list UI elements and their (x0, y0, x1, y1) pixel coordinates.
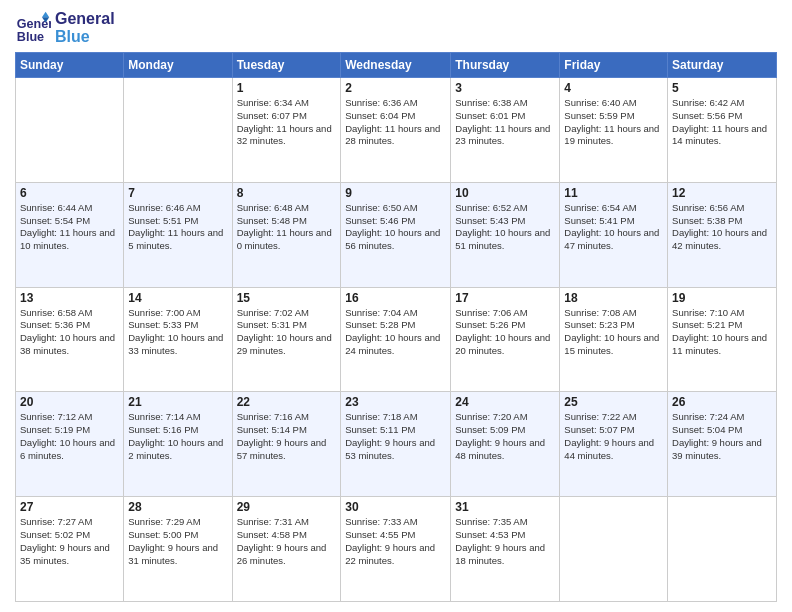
day-info: Sunrise: 6:54 AM Sunset: 5:41 PM Dayligh… (564, 202, 663, 253)
day-cell: 20Sunrise: 7:12 AM Sunset: 5:19 PM Dayli… (16, 392, 124, 497)
day-number: 17 (455, 291, 555, 305)
column-header-wednesday: Wednesday (341, 53, 451, 78)
day-number: 31 (455, 500, 555, 514)
day-info: Sunrise: 7:29 AM Sunset: 5:00 PM Dayligh… (128, 516, 227, 567)
column-header-saturday: Saturday (668, 53, 777, 78)
day-info: Sunrise: 7:02 AM Sunset: 5:31 PM Dayligh… (237, 307, 337, 358)
day-cell: 24Sunrise: 7:20 AM Sunset: 5:09 PM Dayli… (451, 392, 560, 497)
day-info: Sunrise: 6:40 AM Sunset: 5:59 PM Dayligh… (564, 97, 663, 148)
day-cell: 3Sunrise: 6:38 AM Sunset: 6:01 PM Daylig… (451, 78, 560, 183)
day-number: 15 (237, 291, 337, 305)
day-info: Sunrise: 7:27 AM Sunset: 5:02 PM Dayligh… (20, 516, 119, 567)
day-number: 3 (455, 81, 555, 95)
day-number: 20 (20, 395, 119, 409)
day-number: 22 (237, 395, 337, 409)
day-cell: 28Sunrise: 7:29 AM Sunset: 5:00 PM Dayli… (124, 497, 232, 602)
day-cell: 11Sunrise: 6:54 AM Sunset: 5:41 PM Dayli… (560, 182, 668, 287)
day-cell: 31Sunrise: 7:35 AM Sunset: 4:53 PM Dayli… (451, 497, 560, 602)
day-cell: 21Sunrise: 7:14 AM Sunset: 5:16 PM Dayli… (124, 392, 232, 497)
column-header-friday: Friday (560, 53, 668, 78)
day-cell: 27Sunrise: 7:27 AM Sunset: 5:02 PM Dayli… (16, 497, 124, 602)
day-number: 21 (128, 395, 227, 409)
day-number: 12 (672, 186, 772, 200)
svg-text:Blue: Blue (17, 30, 44, 44)
day-info: Sunrise: 7:10 AM Sunset: 5:21 PM Dayligh… (672, 307, 772, 358)
day-cell: 7Sunrise: 6:46 AM Sunset: 5:51 PM Daylig… (124, 182, 232, 287)
day-cell: 29Sunrise: 7:31 AM Sunset: 4:58 PM Dayli… (232, 497, 341, 602)
day-info: Sunrise: 6:38 AM Sunset: 6:01 PM Dayligh… (455, 97, 555, 148)
logo-text-blue: Blue (55, 28, 115, 46)
day-number: 28 (128, 500, 227, 514)
day-cell: 17Sunrise: 7:06 AM Sunset: 5:26 PM Dayli… (451, 287, 560, 392)
week-row-2: 6Sunrise: 6:44 AM Sunset: 5:54 PM Daylig… (16, 182, 777, 287)
day-cell: 5Sunrise: 6:42 AM Sunset: 5:56 PM Daylig… (668, 78, 777, 183)
day-info: Sunrise: 7:24 AM Sunset: 5:04 PM Dayligh… (672, 411, 772, 462)
day-cell: 22Sunrise: 7:16 AM Sunset: 5:14 PM Dayli… (232, 392, 341, 497)
column-header-monday: Monday (124, 53, 232, 78)
day-number: 29 (237, 500, 337, 514)
day-cell: 1Sunrise: 6:34 AM Sunset: 6:07 PM Daylig… (232, 78, 341, 183)
column-header-tuesday: Tuesday (232, 53, 341, 78)
header: General Blue General Blue (15, 10, 777, 46)
calendar-table: SundayMondayTuesdayWednesdayThursdayFrid… (15, 52, 777, 602)
day-cell: 14Sunrise: 7:00 AM Sunset: 5:33 PM Dayli… (124, 287, 232, 392)
day-cell: 2Sunrise: 6:36 AM Sunset: 6:04 PM Daylig… (341, 78, 451, 183)
day-info: Sunrise: 6:56 AM Sunset: 5:38 PM Dayligh… (672, 202, 772, 253)
day-info: Sunrise: 6:36 AM Sunset: 6:04 PM Dayligh… (345, 97, 446, 148)
day-number: 13 (20, 291, 119, 305)
day-number: 4 (564, 81, 663, 95)
day-info: Sunrise: 6:34 AM Sunset: 6:07 PM Dayligh… (237, 97, 337, 148)
column-header-sunday: Sunday (16, 53, 124, 78)
day-cell: 25Sunrise: 7:22 AM Sunset: 5:07 PM Dayli… (560, 392, 668, 497)
day-number: 5 (672, 81, 772, 95)
day-info: Sunrise: 7:20 AM Sunset: 5:09 PM Dayligh… (455, 411, 555, 462)
day-number: 24 (455, 395, 555, 409)
day-cell: 30Sunrise: 7:33 AM Sunset: 4:55 PM Dayli… (341, 497, 451, 602)
column-header-thursday: Thursday (451, 53, 560, 78)
day-number: 6 (20, 186, 119, 200)
day-cell: 4Sunrise: 6:40 AM Sunset: 5:59 PM Daylig… (560, 78, 668, 183)
day-info: Sunrise: 7:00 AM Sunset: 5:33 PM Dayligh… (128, 307, 227, 358)
day-info: Sunrise: 7:06 AM Sunset: 5:26 PM Dayligh… (455, 307, 555, 358)
day-number: 10 (455, 186, 555, 200)
logo-icon: General Blue (15, 10, 51, 46)
day-info: Sunrise: 7:35 AM Sunset: 4:53 PM Dayligh… (455, 516, 555, 567)
day-number: 9 (345, 186, 446, 200)
logo-text-general: General (55, 10, 115, 28)
svg-marker-2 (42, 12, 49, 17)
week-row-5: 27Sunrise: 7:27 AM Sunset: 5:02 PM Dayli… (16, 497, 777, 602)
day-number: 16 (345, 291, 446, 305)
day-cell (16, 78, 124, 183)
day-info: Sunrise: 7:33 AM Sunset: 4:55 PM Dayligh… (345, 516, 446, 567)
day-info: Sunrise: 7:22 AM Sunset: 5:07 PM Dayligh… (564, 411, 663, 462)
day-info: Sunrise: 7:16 AM Sunset: 5:14 PM Dayligh… (237, 411, 337, 462)
day-number: 19 (672, 291, 772, 305)
week-row-3: 13Sunrise: 6:58 AM Sunset: 5:36 PM Dayli… (16, 287, 777, 392)
calendar-header-row: SundayMondayTuesdayWednesdayThursdayFrid… (16, 53, 777, 78)
day-number: 11 (564, 186, 663, 200)
day-number: 14 (128, 291, 227, 305)
day-cell: 23Sunrise: 7:18 AM Sunset: 5:11 PM Dayli… (341, 392, 451, 497)
day-number: 26 (672, 395, 772, 409)
week-row-4: 20Sunrise: 7:12 AM Sunset: 5:19 PM Dayli… (16, 392, 777, 497)
day-number: 8 (237, 186, 337, 200)
day-info: Sunrise: 7:14 AM Sunset: 5:16 PM Dayligh… (128, 411, 227, 462)
day-cell (560, 497, 668, 602)
week-row-1: 1Sunrise: 6:34 AM Sunset: 6:07 PM Daylig… (16, 78, 777, 183)
day-number: 7 (128, 186, 227, 200)
day-cell: 6Sunrise: 6:44 AM Sunset: 5:54 PM Daylig… (16, 182, 124, 287)
page: General Blue General Blue SundayMondayTu… (0, 0, 792, 612)
day-cell: 8Sunrise: 6:48 AM Sunset: 5:48 PM Daylig… (232, 182, 341, 287)
day-info: Sunrise: 6:48 AM Sunset: 5:48 PM Dayligh… (237, 202, 337, 253)
day-info: Sunrise: 6:46 AM Sunset: 5:51 PM Dayligh… (128, 202, 227, 253)
day-info: Sunrise: 6:50 AM Sunset: 5:46 PM Dayligh… (345, 202, 446, 253)
day-cell: 16Sunrise: 7:04 AM Sunset: 5:28 PM Dayli… (341, 287, 451, 392)
day-cell: 12Sunrise: 6:56 AM Sunset: 5:38 PM Dayli… (668, 182, 777, 287)
day-info: Sunrise: 7:04 AM Sunset: 5:28 PM Dayligh… (345, 307, 446, 358)
day-number: 23 (345, 395, 446, 409)
day-number: 25 (564, 395, 663, 409)
day-cell (668, 497, 777, 602)
day-info: Sunrise: 6:52 AM Sunset: 5:43 PM Dayligh… (455, 202, 555, 253)
day-info: Sunrise: 7:08 AM Sunset: 5:23 PM Dayligh… (564, 307, 663, 358)
logo: General Blue General Blue (15, 10, 115, 46)
